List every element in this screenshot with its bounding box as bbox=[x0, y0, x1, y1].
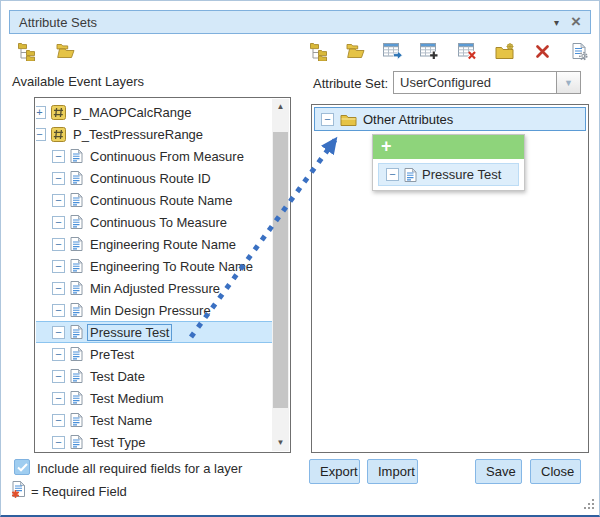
tree-item[interactable]: +P_MAOPCalcRange bbox=[36, 101, 272, 123]
import-button[interactable]: Import bbox=[367, 459, 418, 484]
tree-item-label: Engineering To Route Name bbox=[88, 259, 255, 274]
collapse-box-icon[interactable]: − bbox=[52, 172, 65, 185]
tree-item[interactable]: −P_TestPressureRange bbox=[36, 123, 272, 145]
drag-ghost-item-label: Pressure Test bbox=[422, 167, 501, 182]
toolbar bbox=[11, 41, 589, 63]
remove-table-icon[interactable] bbox=[457, 41, 479, 61]
include-required-fields-checkbox[interactable] bbox=[14, 459, 30, 475]
field-icon bbox=[404, 167, 417, 183]
collapse-box-icon[interactable]: − bbox=[52, 392, 65, 405]
tree-item-label: Min Adjusted Pressure bbox=[88, 281, 222, 296]
tree-item[interactable]: −Continuous To Measure bbox=[36, 211, 272, 233]
field-icon bbox=[70, 302, 83, 318]
open-event-layers-icon[interactable] bbox=[54, 41, 76, 61]
field-icon bbox=[70, 170, 83, 186]
field-icon bbox=[70, 192, 83, 208]
tree-item-label: Engineering Route Name bbox=[88, 237, 238, 252]
tree-item-label: Min Design Pressure bbox=[88, 303, 213, 318]
toolbar-left-group bbox=[15, 41, 76, 61]
close-icon[interactable]: × bbox=[571, 14, 581, 30]
tree-item[interactable]: −Test Medium bbox=[36, 387, 272, 409]
collapse-box-icon[interactable]: − bbox=[52, 150, 65, 163]
new-attribute-set-icon[interactable] bbox=[494, 41, 516, 61]
drop-add-indicator: + bbox=[373, 135, 524, 159]
include-required-fields-label: Include all required fields for a layer bbox=[37, 461, 242, 476]
field-icon bbox=[70, 346, 83, 362]
tree-item-label: Continuous From Measure bbox=[88, 149, 246, 164]
collapse-box-icon[interactable]: − bbox=[52, 282, 65, 295]
field-icon bbox=[70, 390, 83, 406]
chevron-down-icon[interactable]: ▼ bbox=[556, 72, 580, 93]
load-table-icon[interactable] bbox=[382, 41, 404, 61]
attribute-set-label: Attribute Set: bbox=[313, 76, 388, 91]
required-field-legend: = Required Field bbox=[31, 484, 127, 499]
collapse-box-icon: − bbox=[386, 168, 399, 181]
export-button[interactable]: Export bbox=[309, 459, 360, 484]
attribute-tree-icon[interactable] bbox=[307, 41, 329, 61]
tree-item[interactable]: −Test Date bbox=[36, 365, 272, 387]
tree-item[interactable]: −Test Name bbox=[36, 409, 272, 431]
scroll-up-icon[interactable]: ▲ bbox=[272, 99, 289, 115]
event-layers-panel: +P_MAOPCalcRange−P_TestPressureRange−Con… bbox=[34, 97, 291, 453]
field-icon bbox=[70, 280, 83, 296]
add-table-icon[interactable] bbox=[419, 41, 441, 61]
event-layer-tree-icon[interactable] bbox=[15, 41, 37, 61]
dialog-title: Attribute Sets bbox=[19, 15, 97, 30]
collapse-box-icon[interactable]: − bbox=[52, 304, 65, 317]
open-attribute-set-icon[interactable] bbox=[344, 41, 366, 61]
scrollbar-thumb[interactable] bbox=[273, 132, 288, 408]
other-attributes-node[interactable]: − Other Attributes bbox=[314, 107, 586, 131]
tree-item-label: Pressure Test bbox=[88, 325, 171, 340]
collapse-box-icon[interactable]: − bbox=[52, 436, 65, 449]
tree-item-label: Test Date bbox=[88, 369, 147, 384]
resize-grip[interactable] bbox=[583, 498, 596, 511]
tree-item-label: P_MAOPCalcRange bbox=[71, 105, 194, 120]
close-button[interactable]: Close bbox=[530, 459, 581, 484]
tree-item[interactable]: −PreTest bbox=[36, 343, 272, 365]
collapse-box-icon[interactable]: − bbox=[52, 238, 65, 251]
collapse-box-icon[interactable]: − bbox=[52, 370, 65, 383]
event-layer-icon bbox=[51, 127, 66, 142]
field-icon bbox=[70, 236, 83, 252]
tree-item[interactable]: −Test Type bbox=[36, 431, 272, 451]
tree-item-label: Continuous Route Name bbox=[88, 193, 234, 208]
collapse-box-icon[interactable]: − bbox=[52, 194, 65, 207]
save-button[interactable]: Save bbox=[475, 459, 522, 484]
expand-box-icon[interactable]: + bbox=[36, 106, 46, 119]
field-icon bbox=[70, 148, 83, 164]
toolbar-right-group bbox=[307, 41, 591, 61]
tree-item[interactable]: −Min Design Pressure bbox=[36, 299, 272, 321]
tree-item-label: PreTest bbox=[88, 347, 136, 362]
attribute-set-properties-icon[interactable] bbox=[569, 41, 591, 61]
tree-item[interactable]: −Continuous Route Name bbox=[36, 189, 272, 211]
attribute-set-dropdown[interactable]: UserConfigured ▼ bbox=[393, 71, 581, 94]
vertical-scrollbar[interactable]: ▲ ▼ bbox=[272, 99, 289, 451]
tree-item-label: Test Medium bbox=[88, 391, 166, 406]
tree-item[interactable]: −Pressure Test bbox=[36, 321, 272, 343]
collapse-box-icon[interactable]: − bbox=[52, 414, 65, 427]
event-layers-tree: +P_MAOPCalcRange−P_TestPressureRange−Con… bbox=[36, 99, 272, 451]
collapse-box-icon[interactable]: − bbox=[52, 348, 65, 361]
collapse-box-icon[interactable]: − bbox=[52, 326, 65, 339]
other-attributes-label: Other Attributes bbox=[363, 112, 453, 127]
attribute-set-panel: − Other Attributes + − Pressure Test bbox=[311, 104, 589, 453]
tree-item[interactable]: −Continuous From Measure bbox=[36, 145, 272, 167]
tree-item[interactable]: −Engineering To Route Name bbox=[36, 255, 272, 277]
field-icon bbox=[70, 368, 83, 384]
tree-item[interactable]: −Engineering Route Name bbox=[36, 233, 272, 255]
required-field-icon bbox=[11, 480, 26, 498]
tree-item-label: Continuous To Measure bbox=[88, 215, 229, 230]
collapse-box-icon[interactable]: − bbox=[52, 260, 65, 273]
tree-item-label: P_TestPressureRange bbox=[71, 127, 205, 142]
collapse-box-icon[interactable]: − bbox=[321, 113, 334, 126]
available-event-layers-label: Available Event Layers bbox=[12, 74, 144, 89]
window-menu-icon[interactable]: ▾ bbox=[554, 17, 559, 28]
tree-item-label: Test Name bbox=[88, 413, 154, 428]
tree-item[interactable]: −Min Adjusted Pressure bbox=[36, 277, 272, 299]
collapse-box-icon[interactable]: − bbox=[52, 216, 65, 229]
scroll-down-icon[interactable]: ▼ bbox=[272, 435, 289, 451]
delete-attribute-set-icon[interactable] bbox=[532, 41, 554, 61]
drag-ghost: + − Pressure Test bbox=[372, 134, 525, 191]
collapse-box-icon[interactable]: − bbox=[36, 128, 46, 141]
tree-item[interactable]: −Continuous Route ID bbox=[36, 167, 272, 189]
